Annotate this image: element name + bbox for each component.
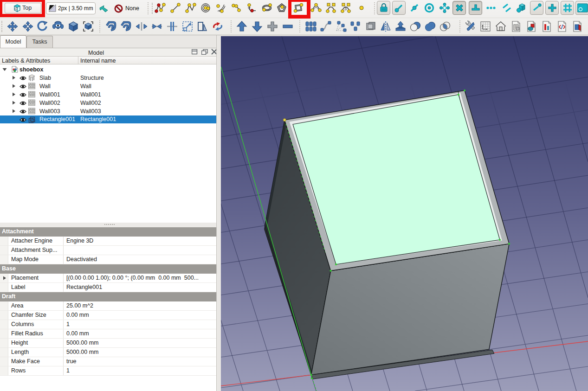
svg-text:3: 3	[344, 6, 347, 11]
